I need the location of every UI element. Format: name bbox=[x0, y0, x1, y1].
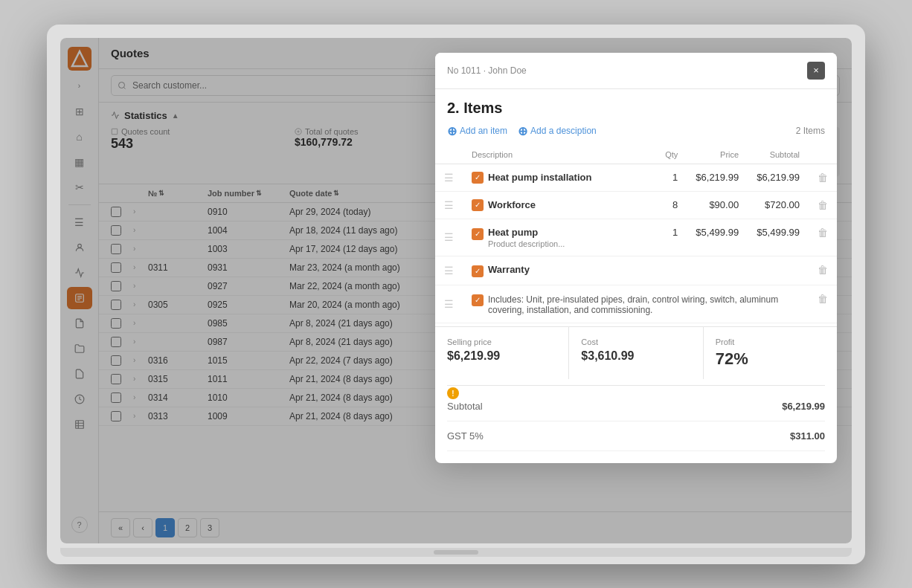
item-price bbox=[687, 256, 748, 285]
item-checkbox[interactable]: ✓ bbox=[472, 172, 484, 184]
warning-icon[interactable]: ! bbox=[447, 387, 459, 399]
item-price: $6,219.99 bbox=[687, 164, 748, 191]
item-delete-button[interactable]: 🗑 bbox=[809, 285, 837, 323]
modal-header: No 1011 · John Doe × bbox=[435, 53, 837, 89]
item-qty: 8 bbox=[649, 191, 687, 219]
item-row: ☰ ✓ Includes: Unit, pre-insulated pipes,… bbox=[435, 285, 837, 323]
item-price: $5,499.99 bbox=[687, 219, 748, 256]
item-subtotal bbox=[748, 256, 809, 285]
item-delete-button[interactable]: 🗑 bbox=[809, 256, 837, 285]
drag-handle-icon[interactable]: ☰ bbox=[444, 298, 454, 310]
profit-value: 72% bbox=[716, 349, 825, 369]
gst-label: GST 5% bbox=[447, 430, 484, 442]
gst-row: GST 5% $311.00 bbox=[447, 421, 825, 451]
gst-value: $311.00 bbox=[790, 430, 825, 442]
item-row: ☰ ✓ Workforce 8 $90.00 $720.00 🗑 bbox=[435, 191, 837, 219]
item-row: ☰ ✓ Warranty bbox=[435, 256, 837, 285]
col-description-header: Description bbox=[463, 146, 649, 164]
add-item-button[interactable]: ⊕ Add an item bbox=[447, 124, 507, 138]
item-price: $90.00 bbox=[687, 191, 748, 219]
add-item-label: Add an item bbox=[460, 126, 507, 136]
col-price-header: Price bbox=[687, 146, 748, 164]
items-count-badge: 2 Items bbox=[796, 126, 825, 136]
profit-card: Profit 72% bbox=[704, 327, 837, 379]
items-modal: No 1011 · John Doe × 2. Items ⊕ Add an i… bbox=[435, 53, 837, 463]
item-row: ☰ ✓ Heat pump installation 1 $6,219.99 $… bbox=[435, 164, 837, 191]
item-name: Heat pump installation bbox=[488, 172, 591, 183]
item-qty: 1 bbox=[649, 219, 687, 256]
cost-value: $3,610.99 bbox=[581, 349, 690, 363]
subtotal-label: Subtotal bbox=[447, 401, 483, 412]
selling-price-card: Selling price $6,219.99 bbox=[435, 327, 569, 379]
items-table: Description Qty Price Subtotal ☰ bbox=[435, 146, 837, 323]
drag-handle-icon[interactable]: ☰ bbox=[444, 199, 454, 211]
items-actions-bar: ⊕ Add an item ⊕ Add a desciption 2 Items bbox=[435, 124, 837, 146]
item-subtotal: $6,219.99 bbox=[748, 164, 809, 191]
item-description: Product description... bbox=[488, 239, 565, 248]
add-description-label: Add a desciption bbox=[530, 126, 597, 136]
totals-section: Subtotal $6,219.99 GST 5% $311.00 bbox=[435, 385, 837, 463]
item-checkbox[interactable]: ✓ bbox=[472, 199, 484, 211]
modal-close-button[interactable]: × bbox=[807, 62, 825, 80]
item-name: Warranty bbox=[488, 264, 530, 275]
add-description-button[interactable]: ⊕ Add a desciption bbox=[518, 124, 597, 138]
modal-subtitle: No 1011 · John Doe bbox=[447, 65, 527, 76]
item-delete-button[interactable]: 🗑 bbox=[809, 164, 837, 191]
item-qty: 1 bbox=[649, 164, 687, 191]
item-subtotal: $720.00 bbox=[748, 191, 809, 219]
col-qty-header: Qty bbox=[649, 146, 687, 164]
col-subtotal-header: Subtotal bbox=[748, 146, 809, 164]
add-desc-plus-icon: ⊕ bbox=[518, 124, 527, 138]
selling-price-label: Selling price bbox=[447, 337, 556, 346]
warning-indicator[interactable]: ! bbox=[447, 387, 459, 400]
drag-handle-icon[interactable]: ☰ bbox=[444, 172, 454, 184]
item-subtotal: $5,499.99 bbox=[748, 219, 809, 256]
add-item-plus-icon: ⊕ bbox=[447, 124, 457, 138]
item-delete-button[interactable]: 🗑 bbox=[809, 219, 837, 256]
selling-price-value: $6,219.99 bbox=[447, 349, 556, 363]
item-description: Includes: Unit, pre-insulated pipes, dra… bbox=[488, 294, 800, 315]
item-name: Workforce bbox=[488, 199, 536, 210]
summary-section: Selling price $6,219.99 Cost $3,610.99 P… bbox=[435, 326, 837, 379]
item-name: Heat pump bbox=[488, 227, 565, 238]
item-delete-button[interactable]: 🗑 bbox=[809, 191, 837, 219]
modal-section-title: 2. Items bbox=[435, 89, 837, 124]
totals-container: Subtotal $6,219.99 GST 5% $311.00 bbox=[447, 385, 825, 451]
subtotal-value: $6,219.99 bbox=[782, 401, 825, 412]
cost-label: Cost bbox=[581, 337, 690, 346]
item-checkbox[interactable]: ✓ bbox=[472, 228, 484, 240]
item-checkbox[interactable]: ✓ bbox=[472, 265, 484, 277]
profit-label: Profit bbox=[716, 337, 825, 346]
item-checkbox[interactable]: ✓ bbox=[472, 294, 484, 306]
item-qty bbox=[649, 256, 687, 285]
drag-handle-icon[interactable]: ☰ bbox=[444, 265, 454, 277]
item-row: ☰ ✓ Heat pump Product description... bbox=[435, 219, 837, 256]
drag-handle-icon[interactable]: ☰ bbox=[444, 231, 454, 243]
subtotal-row: Subtotal $6,219.99 bbox=[447, 392, 825, 421]
cost-card: Cost $3,610.99 bbox=[569, 327, 703, 379]
